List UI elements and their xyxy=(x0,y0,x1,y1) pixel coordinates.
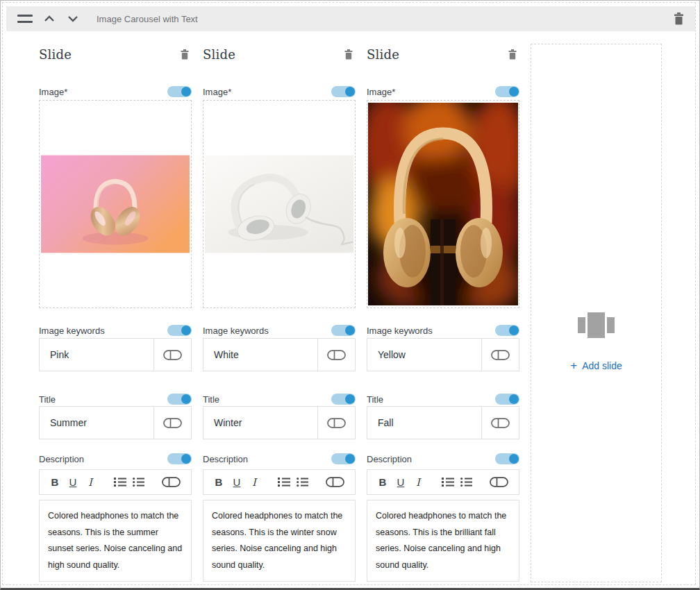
slide-column-2: Slide Image* xyxy=(203,44,356,582)
bold-button[interactable]: B xyxy=(212,474,225,491)
merge-tag-button[interactable] xyxy=(490,474,508,491)
title-label: Title xyxy=(39,394,56,405)
merge-tag-button[interactable] xyxy=(326,474,344,491)
keywords-field-row: Image keywords xyxy=(367,324,519,337)
underline-button[interactable]: U xyxy=(231,474,243,491)
italic-button[interactable]: I xyxy=(85,474,96,491)
image-label: Image* xyxy=(203,87,231,97)
unordered-list-button[interactable] xyxy=(460,474,472,491)
description-toggle[interactable] xyxy=(331,453,356,464)
slide-heading: Slide xyxy=(367,47,399,62)
add-slide-button[interactable]: + Add slide xyxy=(570,360,622,371)
description-editor[interactable]: Colored headphones to match the seasons.… xyxy=(367,500,519,582)
unordered-list-icon xyxy=(133,477,144,487)
delete-slide-button[interactable] xyxy=(344,49,353,60)
merge-tag-icon xyxy=(491,418,510,428)
keywords-input-group xyxy=(203,338,356,371)
keywords-field-row: Image keywords xyxy=(39,324,192,337)
slide-header: Slide xyxy=(203,45,356,63)
ordered-list-button[interactable] xyxy=(278,474,290,491)
title-input-group xyxy=(39,406,192,439)
title-input[interactable] xyxy=(40,407,153,439)
editor-viewport: Image Carousel with Text Slide Image* xyxy=(0,0,700,590)
chevron-down-icon xyxy=(67,15,78,22)
slide-image xyxy=(205,155,353,253)
title-field-row: Title xyxy=(367,393,519,405)
merge-tag-button[interactable] xyxy=(317,407,355,439)
slide-column-3: Slide Image* xyxy=(367,44,519,582)
slide-heading: Slide xyxy=(203,47,235,62)
unordered-list-button[interactable] xyxy=(133,474,144,491)
keywords-input[interactable] xyxy=(203,339,317,371)
description-toggle[interactable] xyxy=(167,453,192,464)
title-label: Title xyxy=(203,394,219,405)
title-toggle[interactable] xyxy=(495,394,519,405)
title-toggle[interactable] xyxy=(331,394,356,405)
merge-tag-icon xyxy=(327,350,346,360)
slide-image xyxy=(41,155,190,253)
delete-slide-button[interactable] xyxy=(181,49,189,60)
block-title: Image Carousel with Text xyxy=(97,14,198,24)
unordered-list-button[interactable] xyxy=(297,474,308,491)
title-input[interactable] xyxy=(203,407,317,439)
merge-tag-icon xyxy=(163,418,182,428)
move-down-button[interactable] xyxy=(66,14,80,24)
description-editor[interactable]: Colored headphones to match the seasons.… xyxy=(39,500,192,582)
image-field-row: Image* xyxy=(39,85,192,98)
slide-header: Slide xyxy=(367,45,519,63)
merge-tag-button[interactable] xyxy=(481,339,519,371)
image-dropzone[interactable] xyxy=(39,100,192,308)
merge-tag-button[interactable] xyxy=(153,407,191,439)
carousel-icon xyxy=(578,312,615,338)
italic-button[interactable]: I xyxy=(412,474,424,491)
keywords-toggle[interactable] xyxy=(495,325,519,336)
image-toggle[interactable] xyxy=(331,86,356,97)
description-field-row: Description xyxy=(367,453,519,465)
keywords-field-row: Image keywords xyxy=(203,324,356,337)
keywords-toggle[interactable] xyxy=(331,325,356,336)
merge-tag-button[interactable] xyxy=(481,407,519,439)
richtext-toolbar: B U I xyxy=(203,469,356,495)
keywords-toggle[interactable] xyxy=(167,325,192,336)
description-editor[interactable]: Colored headphones to match the seasons.… xyxy=(203,500,356,582)
underline-button[interactable]: U xyxy=(394,474,407,491)
title-input-group xyxy=(367,406,519,439)
bold-button[interactable]: B xyxy=(376,474,389,491)
description-label: Description xyxy=(39,454,84,464)
keywords-label: Image keywords xyxy=(39,326,105,336)
delete-slide-button[interactable] xyxy=(508,49,517,60)
image-label: Image* xyxy=(367,87,395,97)
merge-tag-icon xyxy=(490,477,508,487)
italic-button[interactable]: I xyxy=(249,474,260,491)
ordered-list-button[interactable] xyxy=(442,474,454,491)
bold-button[interactable]: B xyxy=(49,474,61,491)
merge-tag-button[interactable] xyxy=(317,339,355,371)
richtext-toolbar: B U I xyxy=(39,469,192,495)
keywords-input[interactable] xyxy=(367,339,481,371)
image-dropzone[interactable] xyxy=(367,100,519,308)
move-up-button[interactable] xyxy=(42,14,56,24)
image-dropzone[interactable] xyxy=(203,100,356,308)
keywords-label: Image keywords xyxy=(367,326,433,336)
ordered-list-icon xyxy=(114,477,126,487)
description-toggle[interactable] xyxy=(495,453,519,464)
merge-tag-icon xyxy=(162,477,181,487)
keywords-input-group xyxy=(39,338,192,371)
merge-tag-button[interactable] xyxy=(162,474,181,491)
drag-handle-icon[interactable] xyxy=(17,15,33,23)
underline-button[interactable]: U xyxy=(67,474,79,491)
description-label: Description xyxy=(203,454,248,464)
title-label: Title xyxy=(367,394,383,405)
ordered-list-icon xyxy=(442,477,454,487)
delete-block-button[interactable] xyxy=(674,12,684,25)
ordered-list-button[interactable] xyxy=(114,474,126,491)
add-slide-dropzone: + Add slide xyxy=(531,44,662,582)
merge-tag-button[interactable] xyxy=(153,339,191,371)
title-input[interactable] xyxy=(367,407,481,439)
title-toggle[interactable] xyxy=(167,394,192,405)
chevron-up-icon xyxy=(44,15,55,22)
keywords-input[interactable] xyxy=(40,339,153,371)
image-toggle[interactable] xyxy=(495,86,519,97)
block-header-bar: Image Carousel with Text xyxy=(6,6,695,31)
image-toggle[interactable] xyxy=(167,86,192,97)
